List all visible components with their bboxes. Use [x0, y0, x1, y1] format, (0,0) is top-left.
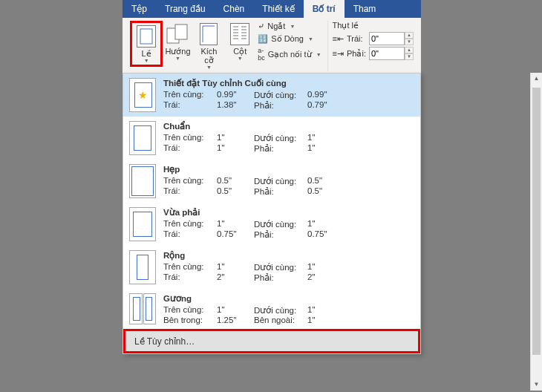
hyphenation-button[interactable]: a-bc Gạch nối từ ▼ — [256, 46, 322, 62]
chevron-down-icon: ▼ — [175, 56, 180, 61]
breaks-button[interactable]: ⤶ Ngắt ▼ — [256, 21, 322, 32]
ribbon: Lề ▼ Hướng ▼ Kích cỡ ▼ — [123, 18, 421, 74]
margin-values-row: Trái:1"Phải:1" — [163, 143, 414, 154]
margin-preset-icon — [129, 207, 156, 241]
margins-icon — [134, 24, 158, 48]
margin-values-row: Trái:0.5"Phải:0.5" — [163, 186, 414, 197]
chevron-down-icon: ▼ — [290, 24, 295, 29]
tab-home[interactable]: Trang đầu — [156, 0, 215, 18]
breaks-label: Ngắt — [267, 22, 285, 31]
margins-dropdown: ★Thiết đặt Tùy chỉnh Cuối cùngTrên cùng:… — [123, 73, 421, 354]
margin-values-row: Trên cùng:1"Dưới cùng:1" — [163, 219, 414, 229]
margin-values-row: Trên cùng:0.5"Dưới cùng:0.5" — [163, 176, 414, 186]
margin-values-row: Trên cùng:0.99"Dưới cùng:0.99" — [163, 90, 414, 100]
margin-preset-icon: ★ — [129, 78, 156, 112]
indent-right-input[interactable] — [369, 47, 405, 60]
margin-preset-name: Thiết đặt Tùy chỉnh Cuối cùng — [163, 78, 414, 88]
line-numbers-icon: 🔢 — [258, 34, 268, 44]
indent-left-icon: ≡⇤ — [333, 34, 344, 44]
chevron-down-icon: ▼ — [206, 65, 212, 70]
custom-margins-item[interactable]: Lề Tùy chỉnh… — [125, 331, 418, 351]
scrollbar[interactable]: ▲ ▼ — [530, 73, 542, 391]
scroll-down-icon[interactable]: ▼ — [531, 379, 542, 391]
orientation-icon — [166, 22, 189, 46]
margin-preset-name: Rộng — [163, 250, 414, 261]
custom-margins-label: Lề Tùy chỉnh… — [134, 336, 195, 347]
margin-preset-info: HẹpTrên cùng:0.5"Dưới cùng:0.5"Trái:0.5"… — [163, 164, 414, 198]
margin-values-row: Trên cùng:1"Dưới cùng:1" — [163, 262, 414, 272]
scroll-up-icon[interactable]: ▲ — [531, 73, 542, 85]
margin-preset-info: ChuẩnTrên cùng:1"Dưới cùng:1"Trái:1"Phải… — [163, 121, 414, 155]
spinner[interactable]: ▲▼ — [405, 32, 414, 45]
margin-preset-name: Chuẩn — [163, 121, 414, 131]
size-icon — [197, 22, 221, 46]
margins-preset-list: ★Thiết đặt Tùy chỉnh Cuối cùngTrên cùng:… — [123, 74, 420, 329]
margin-preset-name: Gương — [163, 293, 414, 304]
margin-preset-info: Vừa phảiTrên cùng:1"Dưới cùng:1"Trái:0.7… — [163, 207, 414, 241]
margin-preset-info: GươngTrên cùng:1"Dưới cùng:1"Bên trong:1… — [163, 293, 414, 324]
margin-preset-icon — [129, 164, 156, 198]
columns-label: Cột — [233, 47, 246, 56]
size-button[interactable]: Kích cỡ ▼ — [193, 21, 226, 71]
chevron-down-icon: ▼ — [316, 52, 321, 57]
margin-values-row: Bên trong:1.25"Bên ngoài:1" — [163, 316, 414, 324]
columns-icon — [228, 22, 252, 46]
hyphenation-icon: a-bc — [258, 47, 265, 62]
margin-values-row: Trái:2"Phải:2" — [163, 272, 414, 283]
page-setup-small: ⤶ Ngắt ▼ 🔢 Số Dòng ▼ a-bc Gạch nối từ ▼ — [255, 21, 324, 62]
margin-preset-wide[interactable]: RộngTrên cùng:1"Dưới cùng:1"Trái:2"Phải:… — [123, 246, 420, 289]
margin-preset-name: Hẹp — [163, 164, 414, 174]
breaks-icon: ⤶ — [258, 22, 264, 31]
size-label: Kích cỡ — [196, 47, 223, 65]
line-numbers-label: Số Dòng — [271, 34, 304, 44]
margin-preset-normal[interactable]: ChuẩnTrên cùng:1"Dưới cùng:1"Trái:1"Phải… — [123, 117, 420, 160]
indent-header: Thụt lề — [333, 21, 414, 30]
margin-values-row: Trên cùng:1"Dưới cùng:1" — [163, 133, 414, 143]
ribbon-tabs: Tệp Trang đầu Chèn Thiết kế Bố trí Tham — [123, 0, 421, 18]
margin-preset-name: Vừa phải — [163, 207, 414, 218]
group-indent: Thụt lề ≡⇤ Trái: ▲▼ ≡⇥ Phải: ▲▼ — [330, 21, 417, 71]
margin-preset-moderate[interactable]: Vừa phảiTrên cùng:1"Dưới cùng:1"Trái:0.7… — [123, 203, 420, 246]
indent-right-label: Phải: — [347, 49, 366, 59]
chevron-down-icon: ▼ — [238, 56, 243, 61]
margin-preset-narrow[interactable]: HẹpTrên cùng:0.5"Dưới cùng:0.5"Trái:0.5"… — [123, 160, 420, 203]
margin-values-row: Trái:0.75"Phải:0.75" — [163, 229, 414, 240]
tab-insert[interactable]: Chèn — [215, 0, 254, 18]
tab-file[interactable]: Tệp — [123, 0, 156, 18]
tab-references[interactable]: Tham — [345, 0, 385, 18]
tab-design[interactable]: Thiết kế — [253, 0, 303, 18]
word-window: Tệp Trang đầu Chèn Thiết kế Bố trí Tham … — [123, 0, 421, 74]
margins-label: Lề — [142, 49, 151, 58]
group-page-setup: Lề ▼ Hướng ▼ Kích cỡ ▼ — [127, 21, 328, 71]
chevron-down-icon: ▼ — [308, 36, 313, 42]
svg-rect-3 — [175, 24, 187, 39]
margin-values-row: Trên cùng:1"Dưới cùng:1" — [163, 305, 414, 316]
spinner[interactable]: ▲▼ — [405, 47, 414, 60]
orientation-label: Hướng — [165, 47, 190, 56]
margin-preset-icon — [129, 121, 156, 155]
star-icon: ★ — [138, 89, 148, 101]
margin-preset-last-custom[interactable]: ★Thiết đặt Tùy chỉnh Cuối cùngTrên cùng:… — [123, 74, 420, 117]
margins-button[interactable]: Lề ▼ — [130, 21, 163, 67]
margin-preset-icon — [129, 250, 156, 284]
indent-right-icon: ≡⇥ — [333, 49, 344, 59]
margin-preset-info: RộngTrên cùng:1"Dưới cùng:1"Trái:2"Phải:… — [163, 250, 414, 284]
columns-button[interactable]: Cột ▼ — [225, 21, 255, 62]
orientation-button[interactable]: Hướng ▼ — [163, 21, 192, 62]
chevron-down-icon: ▼ — [144, 58, 149, 63]
tab-layout[interactable]: Bố trí — [304, 0, 345, 18]
margin-preset-mirrored[interactable]: GươngTrên cùng:1"Dưới cùng:1"Bên trong:1… — [123, 289, 420, 329]
margin-preset-info: Thiết đặt Tùy chỉnh Cuối cùngTrên cùng:0… — [163, 78, 414, 112]
margin-values-row: Trái:1.38"Phải:0.79" — [163, 100, 414, 111]
margin-preset-icon — [129, 293, 156, 324]
line-numbers-button[interactable]: 🔢 Số Dòng ▼ — [256, 33, 322, 45]
indent-left-label: Trái: — [347, 34, 366, 43]
hyphenation-label: Gạch nối từ — [268, 50, 312, 59]
scroll-thumb[interactable] — [532, 88, 541, 355]
indent-left-input[interactable] — [369, 32, 405, 45]
